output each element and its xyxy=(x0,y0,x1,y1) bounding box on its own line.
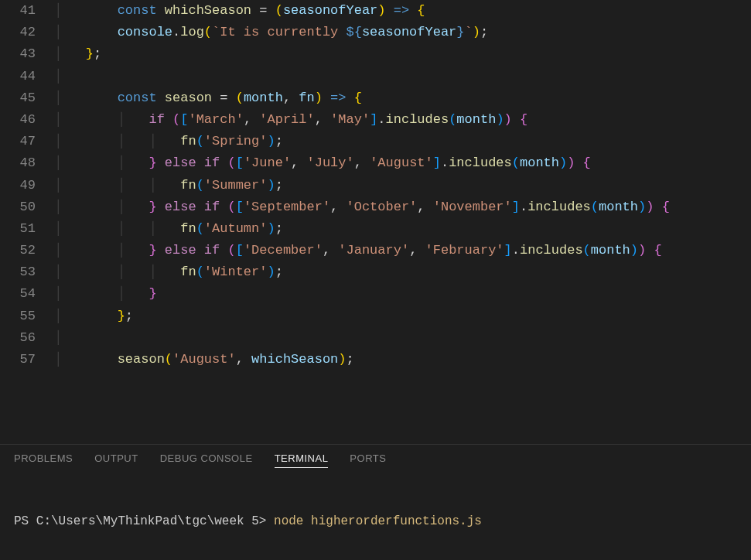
code-line[interactable]: │ │ │ fn('Autumn'); xyxy=(54,218,751,240)
panel-tab-output[interactable]: OUTPUT xyxy=(94,452,138,468)
code-area[interactable]: │ const whichSeason = (seasonofYear) => … xyxy=(54,0,751,444)
line-number: 49 xyxy=(0,175,36,196)
code-line[interactable]: │ │ } else if (['June', 'July', 'August'… xyxy=(54,152,751,174)
panel-tab-problems[interactable]: PROBLEMS xyxy=(14,452,73,468)
line-number: 42 xyxy=(0,22,36,43)
panel-tab-debug-console[interactable]: DEBUG CONSOLE xyxy=(160,452,253,468)
code-line[interactable]: │ │ } else if (['December', 'January', '… xyxy=(54,240,751,261)
panel-tab-terminal[interactable]: TERMINAL xyxy=(275,452,329,468)
line-number: 52 xyxy=(0,240,36,261)
line-number: 41 xyxy=(0,0,36,22)
line-number: 48 xyxy=(0,152,36,174)
panel-tabs: PROBLEMSOUTPUTDEBUG CONSOLETERMINALPORTS xyxy=(0,445,751,473)
line-number: 56 xyxy=(0,327,36,349)
code-line[interactable]: │ }; xyxy=(54,306,751,327)
line-number: 51 xyxy=(0,218,36,240)
line-number: 54 xyxy=(0,283,36,305)
line-number: 53 xyxy=(0,261,36,283)
terminal-output[interactable]: PS C:\Users\MyThinkPad\tgc\week 5> node … xyxy=(0,473,751,560)
line-number: 47 xyxy=(0,131,36,152)
code-line[interactable]: │ │ if (['March', 'April', 'May'].includ… xyxy=(54,109,751,131)
line-number: 57 xyxy=(0,349,36,370)
line-number: 50 xyxy=(0,196,36,218)
code-line[interactable]: │ const season = (month, fn) => { xyxy=(54,87,751,109)
line-number: 44 xyxy=(0,66,36,87)
code-line[interactable]: │ │ │ fn('Summer'); xyxy=(54,175,751,196)
terminal-prompt: PS C:\Users\MyThinkPad\tgc\week 5> xyxy=(14,514,274,528)
code-line[interactable]: │ │ } else if (['September', 'October', … xyxy=(54,196,751,218)
terminal-command: node higherorderfunctions.js xyxy=(274,514,482,528)
code-line[interactable]: │ const whichSeason = (seasonofYear) => … xyxy=(54,0,751,22)
line-number: 55 xyxy=(0,306,36,327)
line-number: 45 xyxy=(0,87,36,109)
bottom-panel: PROBLEMSOUTPUTDEBUG CONSOLETERMINALPORTS… xyxy=(0,444,751,560)
line-number: 43 xyxy=(0,43,36,65)
line-number: 46 xyxy=(0,109,36,131)
panel-tab-ports[interactable]: PORTS xyxy=(350,452,386,468)
code-editor[interactable]: 4142434445464748495051525354555657 │ con… xyxy=(0,0,751,444)
code-line[interactable]: │ │ │ fn('Spring'); xyxy=(54,131,751,152)
code-line[interactable]: │ xyxy=(54,327,751,349)
code-line[interactable]: │ xyxy=(54,66,751,87)
code-line[interactable]: │ }; xyxy=(54,43,751,65)
code-line[interactable]: │ console.log(`It is currently ${seasono… xyxy=(54,22,751,43)
code-line[interactable]: │ │ │ fn('Winter'); xyxy=(54,261,751,283)
code-line[interactable]: │ │ } xyxy=(54,283,751,305)
code-line[interactable]: │ season('August', whichSeason); xyxy=(54,349,751,370)
line-number-gutter: 4142434445464748495051525354555657 xyxy=(0,0,54,444)
